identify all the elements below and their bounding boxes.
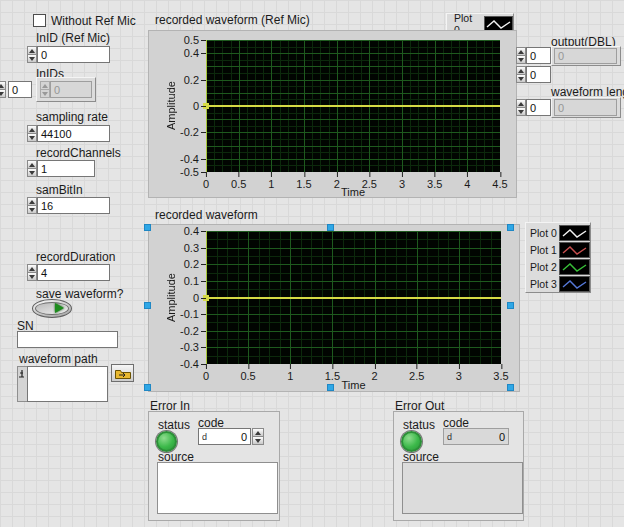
selection-handle[interactable]	[327, 384, 334, 391]
waveform-path-field[interactable]	[27, 366, 108, 402]
selection-handle[interactable]	[144, 384, 151, 391]
sam-bit-in-field[interactable]: 16	[37, 197, 110, 214]
graph1-ytick: -0.2	[180, 126, 199, 138]
browse-folder-button[interactable]	[111, 364, 134, 382]
waveform-length-index-spinner[interactable]	[516, 99, 526, 116]
graph2-ytick: 0	[193, 292, 199, 304]
labview-front-panel: Without Ref Mic InID (Ref Mic) 0 InIDs 0…	[0, 0, 624, 527]
graph2-ytick: 0.1	[184, 275, 199, 287]
output-value-field: 0	[554, 48, 617, 64]
checkbox-label: Without Ref Mic	[51, 14, 136, 28]
graph2-recorded-waveform: Amplitude 0.4 0.3 0.2 0.1 0 -0.1 -0.2 -0…	[148, 224, 520, 392]
inids-element-field[interactable]: 0	[50, 81, 92, 98]
output-index-col-field[interactable]: 0	[526, 66, 551, 83]
waveform-path-label: waveform path	[19, 352, 98, 366]
sampling-rate-label: sampling rate	[36, 110, 108, 124]
graph2-legend-row-plot0[interactable]: Plot 0	[526, 224, 590, 241]
error-in-cluster: status code d 0 source	[148, 411, 280, 521]
graph1-ytick: 0	[193, 100, 199, 112]
error-out-status-label: status	[403, 418, 435, 432]
graph1-plot-area	[206, 40, 500, 172]
record-channels-label: recordChannels	[36, 146, 121, 160]
graph2-ytick: 0.2	[184, 258, 199, 270]
selection-handle[interactable]	[144, 224, 151, 231]
graph2-legend-row-plot1[interactable]: Plot 1	[526, 241, 590, 258]
graph1-waveform-line	[206, 105, 500, 107]
selection-handle[interactable]	[507, 384, 514, 391]
waveform-length-index-field[interactable]: 0	[526, 99, 551, 116]
output-index-row-field[interactable]: 0	[526, 47, 551, 64]
selection-handle[interactable]	[327, 224, 334, 231]
graph1-ytick: -0.4	[180, 153, 199, 165]
graph1-title: recorded waveform (Ref Mic)	[155, 13, 310, 27]
path-glyph-icon	[19, 370, 26, 379]
graph2-legend-label: Plot 2	[530, 261, 559, 273]
graph1-ytick: 0.2	[184, 74, 199, 86]
graph2-plot3-line-icon[interactable]	[559, 276, 590, 292]
sampling-rate-spinner[interactable]	[27, 125, 37, 142]
without-ref-mic-checkbox[interactable]: Without Ref Mic	[33, 11, 136, 29]
output-index-col-spinner[interactable]	[516, 66, 526, 83]
inids-index-field[interactable]: 0	[8, 81, 32, 98]
error-out-cluster: status code d 0 source	[393, 411, 524, 521]
graph2-title: recorded waveform	[155, 208, 258, 222]
green-arrow-icon	[55, 303, 64, 313]
graph1-y-axis-label: Amplitude	[165, 40, 177, 172]
graph2-ytick: 0.4	[184, 225, 199, 237]
save-waveform-button[interactable]	[32, 299, 72, 318]
sn-field[interactable]	[17, 331, 118, 348]
selection-handle[interactable]	[507, 302, 514, 309]
graph2-ytick: 0.3	[184, 242, 199, 254]
inid-label: InID (Ref Mic)	[36, 31, 110, 45]
output-index-row-spinner[interactable]	[516, 47, 526, 64]
graph1-ref-mic: Amplitude 0.5 0.4 0.2 0 -0.2 -0.4 -0.5 0…	[148, 30, 517, 198]
error-in-status-label: status	[158, 418, 190, 432]
error-out-code-value: 0	[499, 431, 505, 443]
radix-indicator[interactable]: d	[202, 432, 207, 442]
inids-index-spinner[interactable]	[0, 81, 6, 98]
graph1-ytick: 0.5	[184, 34, 199, 46]
record-duration-spinner[interactable]	[27, 264, 37, 281]
sampling-rate-field[interactable]: 44100	[37, 125, 110, 142]
radix-indicator: d	[447, 432, 452, 442]
graph2-plot0-line-icon[interactable]	[559, 225, 590, 241]
waveform-length-value-field: 0	[554, 99, 617, 116]
selection-handle[interactable]	[507, 224, 514, 231]
graph2-legend-label: Plot 0	[530, 227, 559, 239]
error-in-code-spinner[interactable]	[252, 428, 264, 445]
error-out-code-field: d 0	[443, 428, 509, 445]
error-out-source-field	[402, 462, 523, 514]
sam-bit-in-spinner[interactable]	[27, 197, 37, 214]
graph1-ytick: -0.5	[180, 166, 199, 178]
selection-handle[interactable]	[144, 302, 151, 309]
sam-bit-in-label: samBitIn	[36, 183, 83, 197]
graph1-ytick: 0.4	[184, 47, 199, 59]
graph2-plot-area	[206, 231, 501, 364]
folder-icon	[115, 368, 131, 379]
inid-field[interactable]: 0	[37, 46, 110, 63]
graph2-legend-row-plot2[interactable]: Plot 2	[526, 258, 590, 275]
graph2-legend-label: Plot 1	[530, 244, 559, 256]
inids-element-spinner[interactable]	[40, 81, 50, 98]
error-in-status-led[interactable]	[156, 431, 177, 452]
error-in-code-field[interactable]: d 0	[198, 428, 251, 445]
record-duration-label: recordDuration	[36, 250, 115, 264]
graph2-legend-row-plot3[interactable]: Plot 3	[526, 275, 590, 292]
record-channels-spinner[interactable]	[27, 160, 37, 177]
record-duration-field[interactable]: 4	[37, 264, 110, 281]
record-channels-field[interactable]: 1	[37, 160, 95, 177]
error-out-status-led	[401, 431, 422, 452]
error-in-code-value: 0	[241, 431, 247, 443]
graph2-waveform-line	[206, 297, 501, 299]
graph2-plot1-line-icon[interactable]	[559, 242, 590, 258]
graph2-ytick: -0.1	[180, 308, 199, 320]
graph2-ytick: -0.3	[180, 341, 199, 353]
error-in-source-field[interactable]	[157, 462, 278, 514]
graph2-plot2-line-icon[interactable]	[559, 259, 590, 275]
graph2-ytick: -0.2	[180, 325, 199, 337]
graph2-x-axis-label: Time	[206, 379, 501, 391]
inid-spinner[interactable]	[27, 46, 37, 63]
graph2-ytick: -0.4	[180, 358, 199, 370]
checkbox-box-icon[interactable]	[33, 14, 46, 27]
graph2-y-axis-label: Amplitude	[165, 231, 177, 364]
